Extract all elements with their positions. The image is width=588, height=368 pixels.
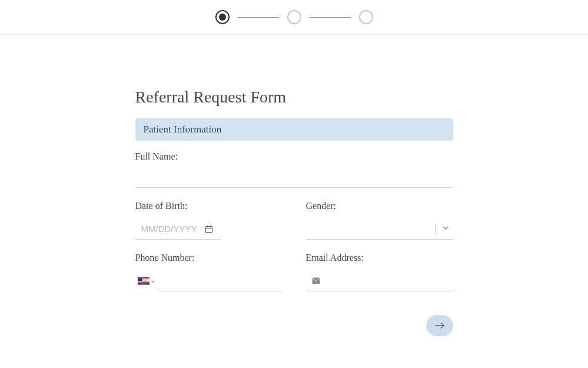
- email-input-wrapper: [306, 270, 453, 291]
- step-3-indicator[interactable]: [359, 10, 373, 24]
- field-full-name: Full Name:: [135, 151, 453, 188]
- flag-chevron-icon: [151, 276, 155, 286]
- form-title: Referral Request Form: [135, 88, 453, 107]
- gender-label: Gender:: [306, 201, 453, 211]
- phone-label: Phone Number:: [135, 253, 283, 263]
- stepper-bar: [0, 0, 588, 35]
- email-input[interactable]: [326, 270, 453, 291]
- field-email-address: Email Address:: [306, 253, 453, 291]
- field-gender: Gender:: [306, 201, 453, 240]
- gender-select-value: [306, 218, 435, 239]
- phone-input[interactable]: [159, 270, 283, 291]
- dob-input[interactable]: [135, 224, 200, 234]
- select-divider: [435, 224, 436, 234]
- gender-select[interactable]: [306, 218, 453, 240]
- dob-input-wrapper[interactable]: [135, 218, 221, 240]
- full-name-input[interactable]: [135, 169, 453, 188]
- country-flag-selector[interactable]: [135, 276, 155, 286]
- email-label: Email Address:: [306, 253, 453, 263]
- svg-rect-0: [205, 226, 212, 232]
- us-flag-icon: [138, 277, 150, 285]
- field-date-of-birth: Date of Birth:: [135, 201, 283, 240]
- step-2-indicator[interactable]: [287, 10, 301, 24]
- section-header: Patient Information: [135, 118, 453, 141]
- step-active-dot: [219, 14, 226, 21]
- dob-label: Date of Birth:: [135, 201, 283, 211]
- chevron-down-icon: [441, 224, 450, 234]
- calendar-icon[interactable]: [205, 225, 213, 233]
- step-1-indicator[interactable]: [215, 10, 230, 24]
- step-connector-1: [238, 17, 279, 18]
- full-name-label: Full Name:: [135, 151, 453, 162]
- email-icon: [312, 277, 320, 284]
- phone-input-wrapper: [135, 270, 283, 291]
- next-button[interactable]: [426, 315, 453, 336]
- field-phone-number: Phone Number:: [135, 253, 283, 291]
- form-container: Referral Request Form Patient Informatio…: [135, 88, 453, 291]
- step-connector-2: [310, 17, 351, 18]
